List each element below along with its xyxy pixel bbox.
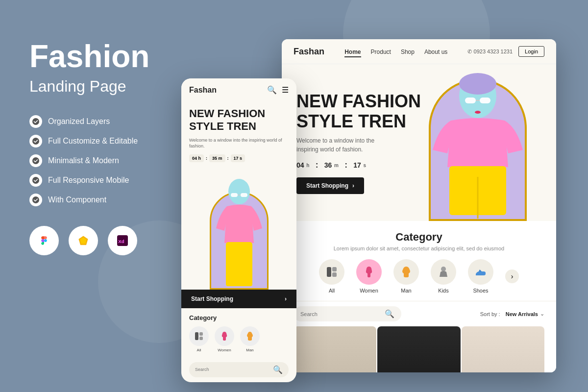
desktop-phone: ✆ 0923 4323 1231: [467, 49, 513, 55]
mobile-category-section: Category All Women Man: [181, 308, 296, 358]
product-card-3[interactable]: [462, 326, 544, 372]
xd-icon: Xd: [108, 226, 137, 255]
mobile-cat-man-icon: [240, 326, 260, 346]
mobile-hero-title: NEW FASHION STYLE TREN: [189, 107, 289, 133]
desktop-sort-value: New Arrivals: [506, 311, 538, 317]
menu-icon[interactable]: ☰: [282, 85, 289, 95]
desktop-hero: NEW FASHION STYLE TREN Welcome to a wind…: [282, 64, 556, 221]
svg-point-1: [32, 138, 39, 145]
desktop-nav: Fashan Home Product Shop About us ✆ 0923…: [282, 39, 556, 64]
mobile-hero-desc: Welcome to a window into the inspiring w…: [189, 137, 289, 149]
svg-rect-28: [327, 267, 331, 277]
desktop-cta-button[interactable]: Start Shopping ›: [296, 177, 364, 194]
mobile-logo: Fashan: [189, 86, 217, 95]
desktop-timer: 04 h : 36 m : 17 s: [296, 161, 421, 170]
mobile-cta-bar[interactable]: Start Shopping ›: [181, 290, 296, 308]
nav-product[interactable]: Product: [371, 47, 391, 56]
mobile-search-icon: 🔍: [273, 365, 283, 374]
mobile-cat-women-icon: [215, 326, 234, 346]
desktop-logo: Fashan: [294, 47, 324, 57]
desktop-search-icon: 🔍: [385, 309, 394, 318]
desktop-cat-women[interactable]: Women: [356, 259, 382, 294]
check-icon-5: [29, 194, 42, 206]
nav-shop[interactable]: Shop: [401, 47, 415, 56]
mobile-hero-image-area: [181, 167, 296, 290]
desktop-cat-women-icon: [356, 259, 382, 285]
svg-rect-23: [480, 98, 490, 103]
desktop-nav-right: ✆ 0923 4323 1231 Login: [467, 46, 544, 57]
mobile-search-bar[interactable]: 🔍: [189, 362, 289, 377]
svg-point-21: [459, 73, 496, 95]
product-card-2[interactable]: [377, 326, 460, 372]
desktop-hero-arch-area: [399, 64, 556, 221]
desktop-hero-content: NEW FASHION STYLE TREN Welcome to a wind…: [296, 91, 421, 195]
desktop-cat-kids-icon: [431, 259, 456, 285]
desktop-category: Category Lorem ipsum dolor sit amet, con…: [282, 221, 556, 301]
desktop-cat-kids-label: Kids: [438, 288, 448, 294]
desktop-cat-all[interactable]: All: [319, 259, 344, 294]
mobile-nav-icons: 🔍 ☰: [267, 85, 289, 95]
desktop-cat-items: All Women Man Kids: [296, 259, 541, 294]
svg-point-2: [32, 157, 39, 164]
desktop-cat-all-label: All: [329, 288, 335, 294]
mobile-cta-arrow: ›: [285, 295, 287, 302]
desktop-search-box[interactable]: 🔍: [294, 306, 401, 321]
timer-hours: 04 h: [189, 154, 204, 162]
mobile-mockup: Fashan 🔍 ☰ NEW FASHION STYLE TREN Welcom…: [181, 78, 296, 382]
timer-minutes: 35 m: [209, 154, 225, 162]
svg-rect-18: [199, 332, 203, 336]
timer-minutes: 36 m: [324, 161, 339, 169]
main-title: Fashion: [29, 39, 216, 74]
desktop-cat-man-icon: [393, 259, 419, 285]
mobile-cat-all-icon: [189, 326, 209, 346]
desktop-cat-next-arrow[interactable]: ›: [505, 270, 519, 283]
search-icon[interactable]: 🔍: [267, 85, 277, 95]
svg-text:Xd: Xd: [118, 239, 124, 244]
svg-point-4: [32, 196, 39, 203]
figma-icon: [29, 226, 59, 255]
svg-point-25: [475, 111, 481, 114]
mobile-cat-man-label: Man: [246, 348, 254, 352]
desktop-cat-all-icon: [319, 259, 344, 285]
mobile-cat-all[interactable]: All: [189, 326, 209, 352]
desktop-sort[interactable]: Sort by : New Arrivals ⌄: [480, 311, 544, 317]
svg-point-31: [441, 267, 446, 271]
desktop-nav-links: Home Product Shop About us: [344, 47, 447, 56]
desktop-cat-shoes-label: Shoes: [473, 288, 488, 294]
desktop-cat-women-label: Women: [360, 288, 378, 294]
svg-rect-29: [332, 267, 337, 271]
sketch-icon: [69, 226, 98, 255]
desktop-login-button[interactable]: Login: [518, 46, 544, 57]
desktop-cat-title: Category: [296, 231, 541, 244]
mobile-hero: NEW FASHION STYLE TREN Welcome to a wind…: [181, 99, 296, 162]
timer-seconds: 17 s: [353, 161, 366, 169]
mobile-cat-all-label: All: [197, 348, 201, 352]
timer-hours: 04 h: [296, 161, 309, 169]
desktop-hero-desc: Welcome to a window into the inspiring w…: [296, 136, 394, 154]
svg-rect-17: [195, 332, 198, 340]
desktop-cat-shoes[interactable]: Shoes: [468, 259, 493, 294]
desktop-cat-desc: Lorem ipsum dolor sit amet, consectetur …: [296, 245, 541, 251]
svg-rect-15: [226, 258, 238, 286]
check-icon-3: [29, 154, 42, 167]
product-card-1[interactable]: [294, 326, 376, 372]
svg-rect-11: [231, 193, 238, 197]
mobile-category-title: Category: [189, 314, 289, 321]
cta-arrow-icon: ›: [352, 182, 354, 189]
desktop-mockup: Fashan Home Product Shop About us ✆ 0923…: [282, 39, 556, 372]
check-icon-2: [29, 135, 42, 147]
mobile-cat-man[interactable]: Man: [240, 326, 260, 352]
nav-about[interactable]: About us: [424, 47, 447, 56]
mobile-cat-women[interactable]: Women: [215, 326, 234, 352]
desktop-search-input[interactable]: [300, 311, 385, 317]
svg-rect-30: [332, 272, 337, 277]
svg-rect-22: [465, 98, 476, 103]
check-icon-1: [29, 115, 42, 128]
desktop-cat-kids[interactable]: Kids: [431, 259, 456, 294]
mobile-search-input[interactable]: [195, 367, 273, 372]
nav-home[interactable]: Home: [344, 47, 361, 56]
mobile-cat-women-label: Women: [218, 348, 231, 352]
mobile-timer: 04 h : 35 m : 17 s: [189, 154, 289, 162]
desktop-cat-man[interactable]: Man: [393, 259, 419, 294]
desktop-cat-man-label: Man: [401, 288, 411, 294]
